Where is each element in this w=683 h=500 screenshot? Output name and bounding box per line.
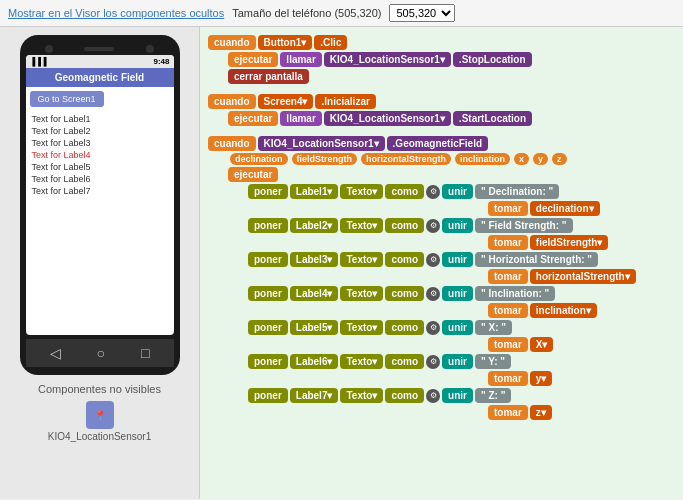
horizontal-strength-param-block[interactable]: horizontalStrength▾ xyxy=(530,269,636,284)
tomar-x-row: tomar X▾ xyxy=(488,337,675,352)
phone-size-select[interactable]: 505,320 xyxy=(389,4,455,22)
block-row-cuando-1: cuando Button1▾ .Clic xyxy=(208,35,675,50)
phone-camera xyxy=(45,45,53,53)
location-sensor-label: KIO4_LocationSensor1 xyxy=(48,431,151,442)
como-block-7: como xyxy=(385,388,424,403)
phone-screen: ▐▐▐ 9:48 Geomagnetic Field Go to Screen1… xyxy=(26,55,174,335)
declination-param-block[interactable]: declination▾ xyxy=(530,201,600,216)
gear-icon-2[interactable]: ⚙ xyxy=(426,219,440,233)
texto-block-6[interactable]: Texto▾ xyxy=(340,354,383,369)
param-x: x xyxy=(514,153,529,165)
label1-row: poner Label1▾ Texto▾ como ⚙ unir " Decli… xyxy=(248,184,675,199)
tomar-block-2: tomar xyxy=(488,235,528,250)
string-inclination: " Inclination: " xyxy=(475,286,555,301)
texto-block-1[interactable]: Texto▾ xyxy=(340,184,383,199)
tomar-block-1: tomar xyxy=(488,201,528,216)
phone-speaker xyxy=(84,47,114,51)
block-group-3: cuando KIO4_LocationSensor1▾ .Geomagneti… xyxy=(208,136,675,420)
label4-row: poner Label4▾ Texto▾ como ⚙ unir " Incli… xyxy=(248,286,675,301)
phone-nav-bar: ◁ ○ □ xyxy=(26,339,174,367)
start-location-block: .StartLocation xyxy=(453,111,532,126)
texto-block-2[interactable]: Texto▾ xyxy=(340,218,383,233)
y-param-block[interactable]: y▾ xyxy=(530,371,553,386)
como-block-3: como xyxy=(385,252,424,267)
poner-block-7: poner xyxy=(248,388,288,403)
params-row: declination fieldStrength horizontalStre… xyxy=(228,153,675,165)
location-sensor-icon: 📍 xyxy=(86,401,114,429)
label6-block[interactable]: Label6▾ xyxy=(290,354,339,369)
texto-block-7[interactable]: Texto▾ xyxy=(340,388,383,403)
poner-block-2: poner xyxy=(248,218,288,233)
recents-nav-icon[interactable]: □ xyxy=(141,345,149,361)
inclination-param-block[interactable]: inclination▾ xyxy=(530,303,597,318)
main-layout: ▐▐▐ 9:48 Geomagnetic Field Go to Screen1… xyxy=(0,27,683,499)
unir-block-5: unir xyxy=(442,320,473,335)
label5-block[interactable]: Label5▾ xyxy=(290,320,339,335)
cuando-block-3: cuando xyxy=(208,136,256,151)
z-param-block[interactable]: z▾ xyxy=(530,405,552,420)
unir-block-1: unir xyxy=(442,184,473,199)
ejecutar-label-row: ejecutar xyxy=(228,167,675,182)
location-sensor-block-1[interactable]: KIO4_LocationSensor1▾ xyxy=(324,52,451,67)
poner-block-1: poner xyxy=(248,184,288,199)
phone-label-4: Text for Label4 xyxy=(32,149,168,161)
phone-label-6: Text for Label6 xyxy=(32,173,168,185)
components-section: Componentes no visibles 📍 KIO4_LocationS… xyxy=(38,375,161,450)
poner-block-6: poner xyxy=(248,354,288,369)
como-block-6: como xyxy=(385,354,424,369)
location-sensor-block-3[interactable]: KIO4_LocationSensor1▾ xyxy=(258,136,385,151)
param-z: z xyxy=(552,153,567,165)
tomar-inclination-row: tomar inclination▾ xyxy=(488,303,675,318)
tomar-block-5: tomar xyxy=(488,337,528,352)
tomar-block-6: tomar xyxy=(488,371,528,386)
tomar-declination-row: tomar declination▾ xyxy=(488,201,675,216)
unir-block-7: unir xyxy=(442,388,473,403)
tomar-block-4: tomar xyxy=(488,303,528,318)
block-row-cuando-2: cuando Screen4▾ .Inicializar xyxy=(208,94,675,109)
block-group-1: cuando Button1▾ .Clic ejecutar llamar KI… xyxy=(208,35,675,84)
clic-block: .Clic xyxy=(314,35,347,50)
block-row-cerrar: cerrar pantalla xyxy=(228,69,675,84)
texto-block-3[interactable]: Texto▾ xyxy=(340,252,383,267)
unir-block-4: unir xyxy=(442,286,473,301)
gear-icon-5[interactable]: ⚙ xyxy=(426,321,440,335)
phone-label-3: Text for Label3 xyxy=(32,137,168,149)
gear-icon-1[interactable]: ⚙ xyxy=(426,185,440,199)
gear-icon-6[interactable]: ⚙ xyxy=(426,355,440,369)
block-row-ejecutar-1: ejecutar llamar KIO4_LocationSensor1▾ .S… xyxy=(228,52,675,67)
string-field-strength: " Field Strength: " xyxy=(475,218,573,233)
home-nav-icon[interactable]: ○ xyxy=(97,345,105,361)
label7-block[interactable]: Label7▾ xyxy=(290,388,339,403)
label3-block[interactable]: Label3▾ xyxy=(290,252,339,267)
label1-block[interactable]: Label1▾ xyxy=(290,184,339,199)
phone-device: ▐▐▐ 9:48 Geomagnetic Field Go to Screen1… xyxy=(20,35,180,375)
phone-app-title: Geomagnetic Field xyxy=(26,68,174,87)
texto-block-4[interactable]: Texto▾ xyxy=(340,286,383,301)
x-param-block[interactable]: X▾ xyxy=(530,337,554,352)
button1-block[interactable]: Button1▾ xyxy=(258,35,313,50)
poner-block-4: poner xyxy=(248,286,288,301)
cuando-block-2: cuando xyxy=(208,94,256,109)
top-bar: Mostrar en el Visor los componentes ocul… xyxy=(0,0,683,27)
phone-sensor xyxy=(146,45,154,53)
blocks-editor: cuando Button1▾ .Clic ejecutar llamar KI… xyxy=(200,27,683,499)
label4-block[interactable]: Label4▾ xyxy=(290,286,339,301)
back-nav-icon[interactable]: ◁ xyxy=(50,345,61,361)
cerrar-pantalla-block: cerrar pantalla xyxy=(228,69,309,84)
components-no-visible-label: Componentes no visibles xyxy=(38,383,161,395)
goto-screen1-button[interactable]: Go to Screen1 xyxy=(30,91,104,107)
gear-icon-3[interactable]: ⚙ xyxy=(426,253,440,267)
location-sensor-block-2[interactable]: KIO4_LocationSensor1▾ xyxy=(324,111,451,126)
gear-icon-4[interactable]: ⚙ xyxy=(426,287,440,301)
field-strength-param-block[interactable]: fieldStrength▾ xyxy=(530,235,609,250)
string-declination: " Declination: " xyxy=(475,184,559,199)
screen4-block[interactable]: Screen4▾ xyxy=(258,94,314,109)
ejecutar-block-2: ejecutar xyxy=(228,111,278,126)
ejecutar-block-1: ejecutar xyxy=(228,52,278,67)
block-row-ejecutar-2: ejecutar llamar KIO4_LocationSensor1▾ .S… xyxy=(228,111,675,126)
location-sensor-component[interactable]: 📍 KIO4_LocationSensor1 xyxy=(38,401,161,442)
show-hidden-components-link[interactable]: Mostrar en el Visor los componentes ocul… xyxy=(8,7,224,19)
texto-block-5[interactable]: Texto▾ xyxy=(340,320,383,335)
label2-block[interactable]: Label2▾ xyxy=(290,218,339,233)
gear-icon-7[interactable]: ⚙ xyxy=(426,389,440,403)
